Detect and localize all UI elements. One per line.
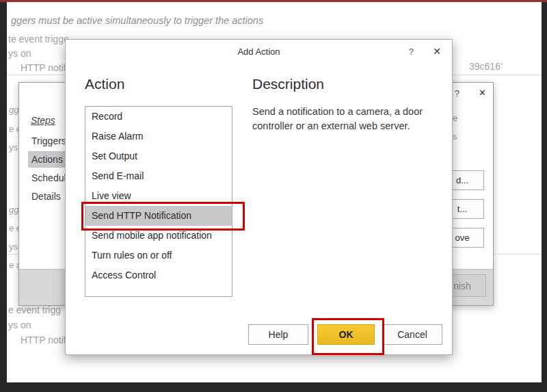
help-icon[interactable]: ? <box>455 88 459 99</box>
dialog-title: Add Action <box>66 47 452 57</box>
action-item-live-view[interactable]: Live view <box>85 186 232 206</box>
action-item-raise-alarm[interactable]: Raise Alarm <box>85 127 232 146</box>
ok-button[interactable]: OK <box>317 324 375 345</box>
action-list: Record Raise Alarm Set Output Send E-mai… <box>85 106 232 297</box>
wizard-steps-title: Steps <box>31 115 55 126</box>
background-row-event: te event trigge <box>8 34 69 44</box>
background-fragment: ys <box>9 142 18 153</box>
add-action-dialog: Add Action ? ✕ Action Description Record… <box>65 39 453 355</box>
action-item-send-http-notification[interactable]: Send HTTP Notification <box>85 206 232 226</box>
background-rule-condition-text: ggers must be active simultaneously to t… <box>11 15 263 26</box>
action-heading: Action <box>85 76 124 92</box>
action-item-set-output[interactable]: Set Output <box>85 146 232 166</box>
background-bottom-row-event: e event trigg <box>8 304 61 315</box>
wizard-text-fragment: s <box>453 131 457 142</box>
screen-edge-right <box>542 0 547 392</box>
window-top-edge <box>0 0 547 2</box>
background-guid-fragment: 39c616' <box>469 61 503 72</box>
wizard-text-fragment: e <box>453 113 457 123</box>
screen-edge-left <box>0 0 7 392</box>
action-item-record[interactable]: Record <box>85 107 232 127</box>
background-fragment: ys <box>9 241 18 252</box>
action-item-access-control[interactable]: Access Control <box>85 265 232 285</box>
screen-edge-bottom <box>0 382 547 392</box>
help-icon[interactable]: ? <box>409 47 414 57</box>
action-item-send-email[interactable]: Send E-mail <box>85 166 232 186</box>
action-item-turn-rules-on-or-off[interactable]: Turn rules on or off <box>85 246 232 265</box>
description-text: Send a notification to a camera, a door … <box>252 105 447 133</box>
close-icon[interactable]: ✕ <box>433 46 441 57</box>
close-icon[interactable]: ✕ <box>479 88 486 98</box>
description-heading: Description <box>252 76 324 92</box>
background-bottom-row-always: ys on <box>8 319 31 330</box>
background-row-always: ys on <box>8 48 31 59</box>
cancel-button[interactable]: Cancel <box>382 324 442 345</box>
action-item-send-mobile-app-notification[interactable]: Send mobile app notification <box>85 226 232 246</box>
help-button[interactable]: Help <box>248 324 308 345</box>
